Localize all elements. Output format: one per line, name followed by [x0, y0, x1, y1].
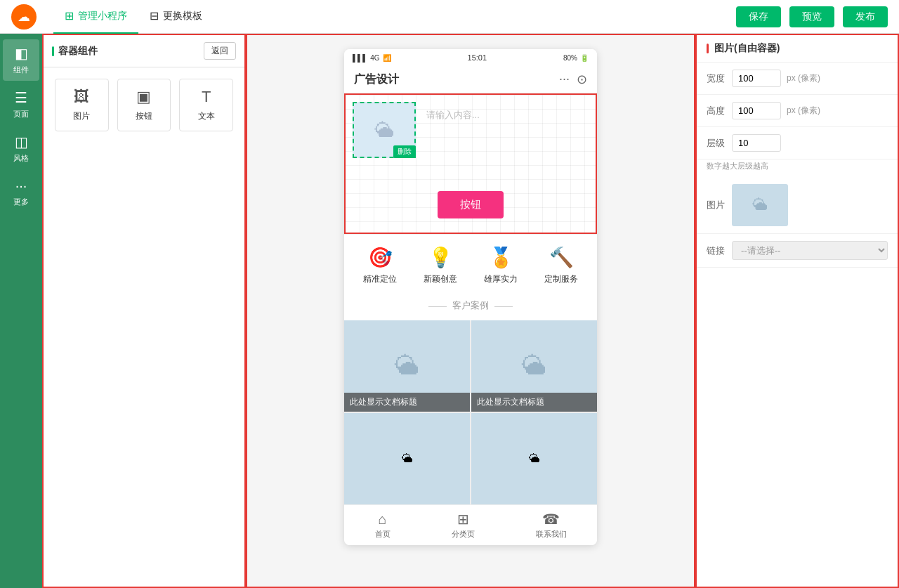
- logo: ☁: [11, 4, 37, 30]
- link-label: 链接: [707, 244, 726, 257]
- case-item-1: 🌥 此处显示文档标题: [471, 320, 597, 412]
- more-dots-icon: ···: [559, 72, 570, 87]
- width-label: 宽度: [707, 72, 726, 85]
- case-image-icon-2: 🌥: [402, 452, 413, 465]
- feature-item-3: 🔨 定制服务: [544, 246, 578, 285]
- publish-button[interactable]: 发布: [843, 6, 888, 27]
- categories-label: 分类页: [452, 529, 475, 540]
- record-icon: ⊙: [577, 72, 587, 87]
- text-placeholder: 请输入内容...: [426, 109, 480, 122]
- status-battery: 80% 🔋: [563, 54, 589, 62]
- feature-icon-0: 🎯: [368, 246, 393, 269]
- wifi-icon: 📶: [383, 54, 391, 62]
- height-unit: px (像素): [787, 105, 820, 117]
- style-icon: ◫: [15, 133, 28, 150]
- pages-icon: ☰: [15, 89, 27, 106]
- home-icon: ⌂: [378, 511, 386, 528]
- more-label: 更多: [13, 197, 29, 207]
- bottom-nav-contact[interactable]: ☎ 联系我们: [536, 511, 567, 540]
- image-preview[interactable]: 🌥: [732, 184, 788, 226]
- delete-button[interactable]: 删除: [393, 145, 416, 158]
- props-link-row: 链接 --请选择--: [697, 234, 898, 268]
- nav-item-manage[interactable]: ⊞ 管理小程序: [53, 0, 138, 34]
- sidebar-item-style[interactable]: ◫ 风格: [3, 128, 39, 169]
- width-input[interactable]: [732, 70, 781, 87]
- signal-icon: ▌▌▌: [353, 54, 367, 62]
- feature-icon-1: 💡: [428, 246, 453, 269]
- case-item-3: 🌥: [471, 413, 597, 504]
- link-select[interactable]: --请选择--: [732, 241, 888, 260]
- feature-label-0: 精准定位: [363, 273, 397, 285]
- back-button[interactable]: 返回: [204, 42, 236, 60]
- battery-label: 80%: [563, 54, 577, 62]
- panel-header: 容器组件 返回: [44, 35, 244, 67]
- properties-panel: 图片(自由容器) 宽度 px (像素) 高度 px (像素) 层级 数字越大层级…: [695, 34, 899, 588]
- height-input[interactable]: [732, 102, 781, 119]
- bottom-nav-categories[interactable]: ⊞ 分类页: [452, 511, 475, 540]
- components-grid: 🖼 图片 ▣ 按钮 T 文本: [44, 67, 244, 143]
- text-component-icon: T: [202, 88, 211, 106]
- text-element[interactable]: 请输入内容...: [426, 109, 589, 122]
- cases-title: 客户案例: [452, 299, 489, 312]
- component-button[interactable]: ▣ 按钮: [117, 79, 171, 131]
- button-component-icon: ▣: [136, 88, 151, 106]
- preview-icon: 🌥: [752, 196, 768, 214]
- case-title-0: 此处显示文档标题: [344, 393, 470, 412]
- ad-design-area[interactable]: 🌥 删除 请输入内容... 按钮 ↑ ↓ ✕: [344, 93, 597, 234]
- level-input[interactable]: [732, 134, 781, 152]
- bottom-nav-home[interactable]: ⌂ 首页: [375, 511, 391, 540]
- template-icon: ⊟: [150, 9, 159, 22]
- components-panel: 容器组件 返回 🖼 图片 ▣ 按钮 T 文本: [42, 34, 246, 588]
- image-component-icon: 🖼: [74, 88, 89, 106]
- logo-icon: ☁: [18, 9, 30, 25]
- main-layout: ◧ 组件 ☰ 页面 ◫ 风格 ··· 更多 容器组件 返回 🖼 图片 ▣: [0, 34, 899, 588]
- manage-label: 管理小程序: [78, 10, 127, 22]
- props-header: 图片(自由容器): [697, 35, 898, 63]
- features-section: 🎯 精准定位 💡 新颖创意 🏅 雄厚实力 🔨 定制服务: [344, 234, 597, 291]
- save-button[interactable]: 保存: [736, 6, 781, 27]
- image-element[interactable]: 🌥 删除: [353, 102, 416, 158]
- case-image-icon-0: 🌥: [395, 351, 420, 381]
- case-image-icon-1: 🌥: [522, 351, 547, 381]
- sidebar-icons: ◧ 组件 ☰ 页面 ◫ 风格 ··· 更多: [0, 34, 42, 588]
- case-item-0: 🌥 此处显示文档标题: [344, 320, 470, 412]
- battery-icon: 🔋: [580, 54, 589, 62]
- style-label: 风格: [13, 153, 29, 164]
- component-image[interactable]: 🖼 图片: [55, 79, 109, 131]
- component-text[interactable]: T 文本: [179, 79, 233, 131]
- ad-button-label: 按钮: [460, 198, 481, 210]
- components-label: 组件: [13, 65, 29, 75]
- sidebar-item-components[interactable]: ◧ 组件: [3, 39, 39, 81]
- ad-button-element[interactable]: 按钮: [438, 191, 504, 218]
- feature-item-2: 🏅 雄厚实力: [484, 246, 518, 285]
- image-component-label: 图片: [73, 110, 90, 122]
- case-item-2: 🌥: [344, 413, 470, 504]
- props-level-row: 层级: [697, 127, 898, 159]
- topbar: ☁ ⊞ 管理小程序 ⊟ 更换模板 保存 预览 发布: [0, 0, 899, 34]
- phone-navbar: 广告设计 ··· ⊙: [344, 66, 597, 93]
- navbar-icons: ··· ⊙: [559, 72, 587, 87]
- components-icon: ◧: [15, 45, 28, 62]
- canvas-area[interactable]: ▌▌▌ 4G 📶 15:01 80% 🔋 广告设计 ··· ⊙: [246, 34, 695, 588]
- text-component-label: 文本: [198, 110, 215, 122]
- image-label: 图片: [707, 199, 726, 211]
- contact-icon: ☎: [542, 511, 560, 528]
- sidebar-item-pages[interactable]: ☰ 页面: [3, 84, 39, 125]
- feature-icon-3: 🔨: [549, 246, 574, 269]
- width-unit: px (像素): [787, 72, 820, 84]
- topbar-nav: ⊞ 管理小程序 ⊟ 更换模板: [53, 0, 214, 34]
- case-title-1: 此处显示文档标题: [471, 393, 597, 412]
- phone-mockup: ▌▌▌ 4G 📶 15:01 80% 🔋 广告设计 ··· ⊙: [344, 49, 597, 545]
- feature-item-0: 🎯 精准定位: [363, 246, 397, 285]
- feature-item-1: 💡 新颖创意: [424, 246, 457, 285]
- panel-title: 容器组件: [52, 45, 98, 58]
- case-image-icon-3: 🌥: [529, 452, 540, 465]
- home-label: 首页: [375, 529, 391, 540]
- phone-bottom-nav: ⌂ 首页 ⊞ 分类页 ☎ 联系我们: [344, 504, 597, 545]
- preview-button[interactable]: 预览: [789, 6, 834, 27]
- sidebar-item-more[interactable]: ··· 更多: [3, 172, 39, 213]
- manage-icon: ⊞: [65, 9, 74, 22]
- nav-item-template[interactable]: ⊟ 更换模板: [138, 0, 214, 34]
- phone-page-title: 广告设计: [354, 72, 399, 87]
- status-signal: ▌▌▌ 4G 📶: [353, 54, 391, 62]
